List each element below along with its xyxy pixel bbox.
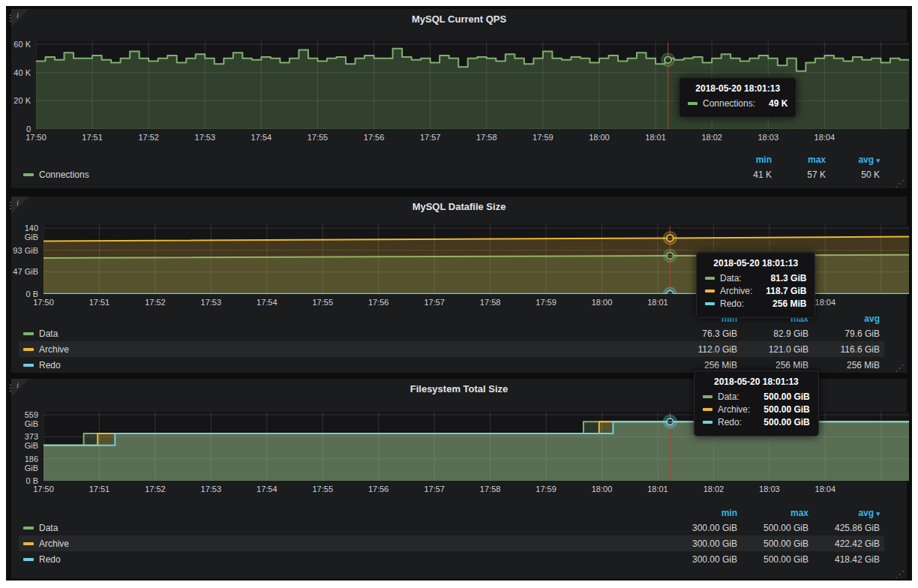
series-color-dash xyxy=(23,348,34,351)
x-axis-tick-label: 18:00 xyxy=(584,484,620,494)
legend-header-min[interactable]: min xyxy=(718,154,772,165)
tooltip-series-label: Archive: xyxy=(718,404,750,415)
legend-avg-value: 418.42 GiB xyxy=(808,554,880,565)
legend-avg-value: 79.6 GiB xyxy=(808,328,880,339)
crosshair-marker xyxy=(667,290,674,294)
legend-table: min max avg ▾ Data 300.00 GiB 500.00 GiB… xyxy=(19,506,884,567)
y-axis-tick-label: 373 GiB xyxy=(11,432,38,450)
x-axis-tick-label: 17:59 xyxy=(525,133,561,142)
legend-label[interactable]: Archive xyxy=(39,344,69,355)
y-axis-tick-label: 140 GiB xyxy=(11,224,38,242)
tooltip-series-label: Archive: xyxy=(720,286,752,296)
legend-table: min max avg Data 76.3 GiB 82.9 GiB 79.6 … xyxy=(19,312,884,373)
series-color-dash xyxy=(23,526,34,530)
x-axis-tick-label: 17:58 xyxy=(472,484,508,494)
series-color-dash xyxy=(705,290,715,292)
x-axis-tick-label: 18:01 xyxy=(640,484,676,494)
x-axis-tick-label: 17:57 xyxy=(412,133,448,142)
legend-avg-value: 425.86 GiB xyxy=(808,523,880,533)
legend-min-value: 76.3 GiB xyxy=(666,328,737,339)
legend-avg-value: 256 MiB xyxy=(808,360,880,370)
y-axis-tick-label: 559 GiB xyxy=(11,410,38,428)
legend-row-data: Data 300.00 GiB 500.00 GiB 425.86 GiB xyxy=(19,520,884,536)
x-axis-tick-label: 17:58 xyxy=(469,133,505,142)
x-axis-tick-label: 17:59 xyxy=(528,298,564,307)
panel-title[interactable]: MySQL Current QPS xyxy=(11,14,907,25)
x-axis-tick-label: 17:52 xyxy=(137,484,173,494)
x-axis-tick-label: 17:54 xyxy=(249,298,285,307)
legend-label[interactable]: Data xyxy=(39,523,58,533)
info-icon[interactable]: i xyxy=(16,198,19,207)
panel-title[interactable]: MySQL Datafile Size xyxy=(11,201,907,212)
legend-min-value: 300.00 GiB xyxy=(666,554,737,565)
legend-row-archive: Archive 112.0 GiB 121.0 GiB 116.6 GiB xyxy=(19,341,884,357)
crosshair-marker xyxy=(667,418,674,425)
tooltip-filesystem-size: 2018-05-20 18:01:13 Data: 500.00 GiB Arc… xyxy=(694,370,819,436)
legend-header-avg[interactable]: avg ▾ xyxy=(808,508,880,518)
legend-label[interactable]: Redo xyxy=(39,554,61,565)
legend-header-max[interactable]: max xyxy=(772,154,826,165)
legend-max-value: 500.00 GiB xyxy=(737,538,808,549)
row-drag-handle-icon[interactable]: ⋮ xyxy=(6,202,11,208)
y-axis-tick-label: 60 K xyxy=(11,40,31,49)
legend-header-avg[interactable]: avg ▾ xyxy=(826,154,880,165)
legend-label[interactable]: Archive xyxy=(39,538,69,549)
legend-label[interactable]: Data xyxy=(39,328,58,339)
series-color-dash xyxy=(23,558,34,561)
legend-row-connections: Connections 41 K 57 K 50 K xyxy=(19,166,884,182)
tooltip-series-value: 256 MiB xyxy=(759,298,806,309)
x-axis-tick-label: 18:02 xyxy=(694,133,730,142)
legend-min-value: 256 MiB xyxy=(666,360,737,370)
legend-min-value: 112.0 GiB xyxy=(666,344,737,355)
legend-row-archive: Archive 300.00 GiB 500.00 GiB 422.42 GiB xyxy=(19,536,884,551)
tooltip-datafile-size: 2018-05-20 18:01:13 Data: 81.3 GiB Archi… xyxy=(696,252,815,318)
x-axis-tick-label: 17:58 xyxy=(472,298,508,307)
x-axis-tick-label: 17:51 xyxy=(81,484,117,494)
x-axis-tick-label: 17:57 xyxy=(416,298,452,307)
x-axis-tick-label: 17:51 xyxy=(81,298,117,307)
x-axis-tick-label: 17:57 xyxy=(416,484,452,494)
x-axis-tick-label: 18:00 xyxy=(584,298,620,307)
series-color-dash xyxy=(703,408,712,411)
panel-resize-handle-icon[interactable]: ⋰ xyxy=(895,364,904,373)
tooltip-timestamp: 2018-05-20 18:01:13 xyxy=(705,258,806,268)
legend-header-min[interactable]: min xyxy=(666,508,737,518)
x-axis-tick-label: 17:56 xyxy=(361,484,397,494)
legend-header-avg[interactable]: avg xyxy=(808,314,880,324)
row-drag-handle-icon[interactable]: ⋮ xyxy=(6,385,11,391)
legend-row-data: Data 76.3 GiB 82.9 GiB 79.6 GiB xyxy=(19,326,884,341)
legend-label[interactable]: Connections xyxy=(39,170,89,180)
legend-table: min max avg ▾ Connections 41 K 57 K 50 K xyxy=(19,153,884,182)
chevron-down-icon: ▾ xyxy=(876,157,880,164)
series-color-dash xyxy=(705,277,715,280)
legend-max-value: 256 MiB xyxy=(737,360,808,370)
info-icon[interactable]: i xyxy=(16,10,19,20)
row-drag-handle-icon[interactable]: ⋮ xyxy=(6,15,11,21)
x-axis-tick-label: 17:54 xyxy=(243,133,279,142)
info-icon[interactable]: i xyxy=(16,380,19,389)
x-axis-tick-label: 17:55 xyxy=(304,298,340,307)
x-axis-tick-label: 17:54 xyxy=(249,484,285,494)
legend-avg-value: 50 K xyxy=(826,170,880,180)
panel-resize-handle-icon[interactable]: ⋰ xyxy=(895,570,904,579)
x-axis-tick-label: 18:02 xyxy=(695,484,731,494)
y-axis-tick-label: 20 K xyxy=(11,96,31,105)
series-color-dash xyxy=(23,542,34,545)
crosshair-marker xyxy=(664,56,671,63)
x-axis-tick-label: 17:52 xyxy=(130,133,166,142)
tooltip-series-value: 500.00 GiB xyxy=(750,417,809,428)
x-axis-tick-label: 17:50 xyxy=(26,484,62,494)
y-axis-tick-label: 47 GiB xyxy=(11,267,38,276)
legend-header-max[interactable]: max xyxy=(737,508,808,518)
legend-max-value: 57 K xyxy=(772,170,826,180)
crosshair-marker xyxy=(667,252,674,259)
legend-label[interactable]: Redo xyxy=(39,360,61,370)
x-axis-tick-label: 17:56 xyxy=(361,298,397,307)
legend-min-value: 41 K xyxy=(718,170,772,180)
grafana-dashboard: ⋮ ⋮ ⋮ i MySQL Current QPS min max avg ▾ … xyxy=(6,6,912,580)
panel-resize-handle-icon[interactable]: ⋰ xyxy=(895,179,904,188)
legend-max-value: 121.0 GiB xyxy=(737,344,808,355)
series-color-dash xyxy=(23,332,34,335)
x-axis-tick-label: 17:55 xyxy=(304,484,340,494)
x-axis-tick-label: 17:50 xyxy=(26,298,62,307)
